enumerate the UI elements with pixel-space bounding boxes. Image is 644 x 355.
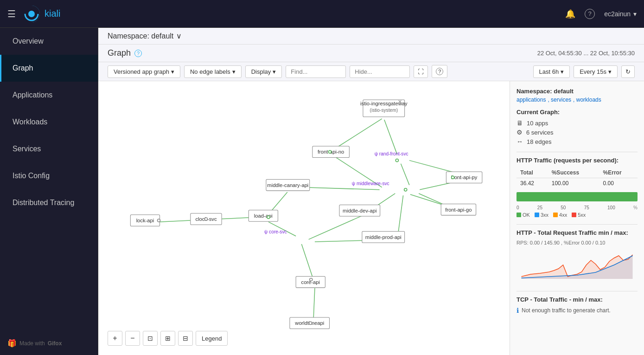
col-error: %Error <box>599 168 638 178</box>
sidebar-item-istio-config[interactable]: Istio Config <box>0 162 98 189</box>
node-connector <box>329 150 332 153</box>
http-table: Total %Success %Error 36.42 100.00 0.00 <box>516 168 638 188</box>
label-core-svc: ψ core-svc <box>264 229 287 234</box>
sidebar-item-graph[interactable]: Graph <box>0 55 98 82</box>
graph-info-icon[interactable]: ? <box>134 50 142 57</box>
node-middle-canary-api[interactable]: middle-canary-api <box>266 179 310 190</box>
panel-http-min-max: HTTP - Total Request Traffic min / max: … <box>516 229 638 284</box>
fit-button[interactable]: ⊡ <box>143 331 158 346</box>
sidebar: Overview Graph Applications Workloads Se… <box>0 28 98 355</box>
col-success: %Success <box>548 168 599 178</box>
panel-namespace: Namespace: default <box>516 88 638 95</box>
node-middle-dev-api[interactable]: middle-dev-api <box>339 205 380 216</box>
sidebar-item-workloads[interactable]: Workloads <box>0 109 98 136</box>
graph-type-button[interactable]: Versioned app graph ▾ <box>108 65 180 78</box>
notification-icon[interactable]: 🔔 <box>565 9 575 19</box>
node-istio-ingress[interactable]: istio-ingressgateway (istio-system) ✕ <box>360 99 408 117</box>
user-chevron: ▾ <box>633 10 637 18</box>
panel-current-graph: Current Graph: 🖥 10 apps ⚙ 6 services ↔ … <box>516 109 638 145</box>
label-middleware-svc: ψ middleware-svc <box>352 181 389 186</box>
layout1-icon: ⊞ <box>165 335 171 342</box>
brand: kiali <box>23 6 60 22</box>
zoom-in-button[interactable]: + <box>108 331 122 346</box>
graph-svg: istio-ingressgateway (istio-system) ✕ fr… <box>98 81 510 355</box>
sidebar-item-distributed-tracing[interactable]: Distributed Tracing <box>0 189 98 216</box>
current-graph-title: Current Graph: <box>516 109 638 116</box>
svg-line-6 <box>401 164 409 185</box>
svg-text:✕: ✕ <box>398 99 402 104</box>
sidebar-item-overview[interactable]: Overview <box>0 28 98 55</box>
5xx-dot <box>572 213 576 217</box>
help-icon[interactable]: ? <box>585 9 595 19</box>
find-input[interactable] <box>286 65 346 78</box>
zoom-out-button[interactable]: − <box>125 331 140 346</box>
legend-row: OK 3xx 4xx <box>516 212 638 218</box>
help-graph-button[interactable]: ? <box>432 65 447 78</box>
sidebar-footer: 🎁 Made with Gifox <box>0 331 98 355</box>
navbar: ☰ kiali 🔔 ? ec2ainun ▾ <box>0 0 644 28</box>
sidebar-item-services[interactable]: Services <box>0 136 98 162</box>
divider2 <box>516 224 638 225</box>
legend-button[interactable]: Legend <box>196 331 228 346</box>
hide-input[interactable] <box>350 65 410 78</box>
fullscreen-button[interactable]: ⛶ <box>414 65 428 78</box>
brand-name: kiali <box>45 8 60 19</box>
namespace-selector[interactable]: Namespace: default ∨ <box>108 32 182 40</box>
legend-ok: OK <box>516 212 530 218</box>
node-connector <box>310 278 312 281</box>
svg-text:ψ core-svc: ψ core-svc <box>264 229 287 234</box>
node-connector <box>157 219 160 222</box>
layout2-button[interactable]: ⊟ <box>178 331 193 346</box>
legend-4xx: 4xx <box>553 212 567 218</box>
ok-dot <box>516 213 521 217</box>
graph-controls: + − ⊡ ⊞ ⊟ Legend <box>108 331 228 346</box>
svg-line-20 <box>309 216 362 239</box>
svg-line-4 <box>384 120 397 154</box>
refresh-rate-chevron-icon: ▾ <box>608 68 612 75</box>
gifox-icon: 🎁 <box>7 339 17 348</box>
svg-text:front-api-py: front-api-py <box>451 174 478 180</box>
display-chevron-icon: ▾ <box>273 68 276 75</box>
refresh-button[interactable]: ↻ <box>621 65 635 78</box>
refresh-rate-button[interactable]: Every 15s ▾ <box>574 65 618 78</box>
cell-success: 100.00 <box>548 178 599 189</box>
node-lock-api[interactable]: lock-api <box>130 215 159 226</box>
http-mini-chart <box>516 251 638 279</box>
node-middle-prod-api[interactable]: middle-prod-api <box>362 232 405 243</box>
svg-text:front-api-go: front-api-go <box>445 207 472 213</box>
node-load-api[interactable]: load-api <box>249 210 278 221</box>
layout1-button[interactable]: ⊞ <box>160 331 175 346</box>
edge-labels-button[interactable]: No edge labels ▾ <box>184 65 242 78</box>
services-icon: ⚙ <box>516 129 523 136</box>
edges-icon: ↔ <box>516 138 523 145</box>
svg-point-2 <box>28 11 35 17</box>
svg-line-13 <box>304 187 380 190</box>
svg-line-19 <box>313 288 315 321</box>
node-connector <box>309 322 312 324</box>
svg-text:middle-prod-api: middle-prod-api <box>365 234 402 240</box>
sidebar-item-applications[interactable]: Applications <box>0 82 98 109</box>
graph-title: Graph ? <box>108 48 142 58</box>
node-connector <box>267 216 270 219</box>
toolbar-row: Versioned app graph ▾ No edge labels ▾ D… <box>98 62 644 81</box>
graph-area: istio-ingressgateway (istio-system) ✕ fr… <box>98 81 644 355</box>
http-progress-bar <box>516 192 638 201</box>
time-range-button[interactable]: Last 6h ▾ <box>533 65 570 78</box>
graph-canvas[interactable]: istio-ingressgateway (istio-system) ✕ fr… <box>98 81 510 355</box>
kiali-logo-icon <box>23 6 40 22</box>
time-range-chevron-icon: ▾ <box>561 68 564 75</box>
hamburger-menu[interactable]: ☰ <box>7 8 16 19</box>
panel-link-workloads[interactable]: workloads <box>576 97 601 103</box>
display-button[interactable]: Display ▾ <box>245 65 282 78</box>
node-front-api-go[interactable]: front-api-go <box>441 204 476 215</box>
panel-link-applications[interactable]: applications <box>516 97 546 103</box>
panel-link-services[interactable]: services <box>551 97 571 103</box>
hide-panel-button[interactable]: » Hide <box>510 86 510 104</box>
user-menu[interactable]: ec2ainun ▾ <box>604 10 637 18</box>
refresh-icon: ↻ <box>625 68 631 75</box>
http-rps-text: RPS: 0.00 / 145.90 , %Error 0.00 / 0.10 <box>516 240 638 245</box>
progress-labels: 0 25 50 75 100 % <box>516 205 638 210</box>
divider <box>516 152 638 152</box>
http-traffic-title: HTTP Traffic (requests per second): <box>516 157 638 164</box>
progress-bar-fill-ok <box>516 192 638 201</box>
